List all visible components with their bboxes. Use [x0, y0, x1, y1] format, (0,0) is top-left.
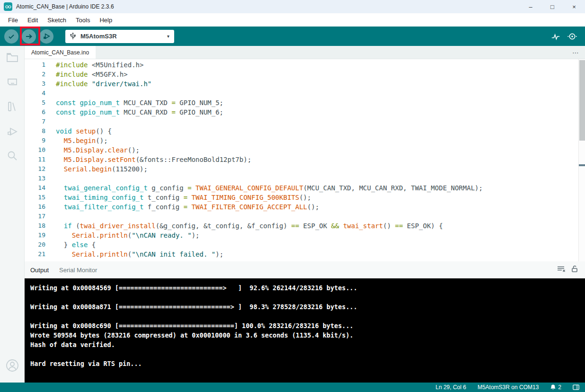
chevron-down-icon: ▾ [167, 34, 169, 39]
menu-sketch[interactable]: Sketch [43, 15, 71, 25]
debug-button[interactable] [39, 29, 53, 44]
usb-icon [70, 33, 76, 40]
serial-monitor-button[interactable] [567, 32, 577, 41]
code-line: 19 Serial.println("\nCAN ready. "); [25, 231, 585, 240]
code-line: 11 M5.Display.setFont(&fonts::FreeMonoBo… [25, 155, 585, 164]
code-line: 14 twai_general_config_t g_config = TWAI… [25, 183, 585, 193]
maximize-button[interactable]: □ [541, 0, 563, 13]
output-panel-header: Output Serial Monitor [25, 261, 585, 278]
folder-icon [6, 52, 18, 62]
account-icon [5, 358, 19, 373]
clear-output-icon [557, 265, 566, 273]
close-button[interactable]: × [563, 0, 585, 13]
sidebar-item-boards-manager[interactable] [5, 74, 20, 89]
activity-sidebar [0, 46, 25, 383]
board-selector-dropdown[interactable]: M5AtomS3R ▾ [65, 30, 174, 43]
minimize-button[interactable]: – [520, 0, 541, 13]
code-line: 2#include <M5GFX.h> [25, 70, 585, 79]
code-line: 16 twai_filter_config_t f_config = TWAI_… [25, 202, 585, 212]
console-line: Wrote 509584 bytes (283216 compressed) a… [30, 330, 585, 340]
overview-ruler-mark [579, 164, 585, 166]
code-line: 6const gpio_num_t MCU_CAN_RXD = GPIO_NUM… [25, 107, 585, 117]
arduino-logo-icon [4, 2, 12, 11]
console-line: Writing at 0x0008c690 [=================… [30, 321, 585, 330]
menu-edit[interactable]: Edit [23, 15, 42, 25]
serial-monitor-icon [567, 32, 577, 41]
books-icon [7, 101, 18, 112]
menu-help[interactable]: Help [95, 15, 116, 25]
clear-output-button[interactable] [557, 265, 566, 275]
editor-tabbar: Atomic_CAN_Base.ino ⋯ [25, 46, 585, 59]
sidebar-item-search[interactable] [5, 148, 20, 163]
code-line: 12 Serial.begin(115200); [25, 164, 585, 174]
search-icon [7, 150, 18, 161]
tab-output[interactable]: Output [30, 267, 49, 274]
console-line [30, 293, 585, 302]
toolbar: M5AtomS3R ▾ [0, 27, 585, 46]
menubar: File Edit Sketch Tools Help [0, 13, 585, 27]
notifications-button[interactable]: 2 [544, 384, 567, 391]
tab-overflow-menu[interactable]: ⋯ [567, 46, 585, 59]
console-line: Hard resetting via RTS pin... [30, 359, 585, 368]
tab-serial-monitor[interactable]: Serial Monitor [59, 267, 97, 274]
sidebar-item-sketchbook[interactable] [5, 50, 20, 65]
menu-tools[interactable]: Tools [71, 15, 94, 25]
console-line: Writing at 0x0008a871 [=================… [30, 302, 585, 312]
account-button[interactable] [5, 358, 20, 373]
code-line: 10 M5.Display.clear(); [25, 145, 585, 155]
toggle-panel-button[interactable] [567, 384, 585, 390]
code-line: 1#include <M5Unified.h> [25, 60, 585, 70]
sidebar-item-library-manager[interactable] [5, 99, 20, 114]
console-line: Writing at 0x00084569 [=================… [30, 283, 585, 293]
code-editor[interactable]: 1#include <M5Unified.h>2#include <M5GFX.… [25, 59, 585, 261]
lock-open-icon [571, 265, 578, 273]
serial-plotter-button[interactable] [551, 32, 560, 41]
code-line: 9 M5.begin(); [25, 136, 585, 145]
code-line: 21 Serial.println("\nCAN init failed. ")… [25, 249, 585, 259]
window-title: Atomic_CAN_Base | Arduino IDE 2.3.6 [16, 3, 114, 10]
serial-plotter-icon [551, 32, 560, 41]
scrollbar-thumb[interactable] [579, 60, 585, 141]
selected-board-label: M5AtomS3R [80, 33, 117, 40]
code-line: 20 } else { [25, 240, 585, 249]
code-line: 4 [25, 89, 585, 98]
statusbar: Ln 29, Col 6 M5AtomS3R on COM13 2 [0, 383, 585, 392]
sidebar-item-debug[interactable] [5, 124, 20, 139]
code-line: 17 [25, 212, 585, 221]
check-icon [8, 33, 15, 40]
cursor-position[interactable]: Ln 29, Col 6 [430, 384, 472, 391]
arrow-right-icon [25, 33, 33, 40]
titlebar: Atomic_CAN_Base | Arduino IDE 2.3.6 – □ … [0, 0, 585, 13]
upload-output-console: Writing at 0x00084569 [=================… [25, 278, 585, 383]
board-port-status[interactable]: M5AtomS3R on COM13 [472, 384, 544, 391]
notification-count: 2 [558, 384, 561, 391]
menu-file[interactable]: File [4, 15, 22, 25]
debug-icon [7, 125, 18, 137]
panel-layout-icon [573, 384, 579, 390]
console-line [30, 312, 585, 321]
board-icon [6, 77, 18, 87]
editor-scrollbar[interactable] [578, 59, 585, 261]
code-line: 8void setup() { [25, 126, 585, 136]
verify-button[interactable] [4, 29, 18, 44]
console-line [30, 349, 585, 359]
code-line: 3#include "driver/twai.h" [25, 79, 585, 89]
arduino-ide-window: Atomic_CAN_Base | Arduino IDE 2.3.6 – □ … [0, 0, 585, 392]
code-line: 13 [25, 174, 585, 183]
debug-icon [43, 32, 51, 40]
bell-icon [550, 384, 556, 391]
toggle-autoscroll-button[interactable] [571, 265, 578, 275]
upload-button[interactable] [22, 29, 36, 44]
code-area: 1#include <M5Unified.h>2#include <M5GFX.… [25, 59, 585, 259]
code-line: 5const gpio_num_t MCU_CAN_TXD = GPIO_NUM… [25, 98, 585, 107]
code-line: 7 [25, 117, 585, 126]
tab-atomic-can-base[interactable]: Atomic_CAN_Base.ino [25, 46, 96, 59]
code-line: 15 twai_timing_config_t t_config = TWAI_… [25, 193, 585, 202]
console-line: Hash of data verified. [30, 340, 585, 349]
code-line: 18 if (twai_driver_install(&g_config, &t… [25, 221, 585, 231]
